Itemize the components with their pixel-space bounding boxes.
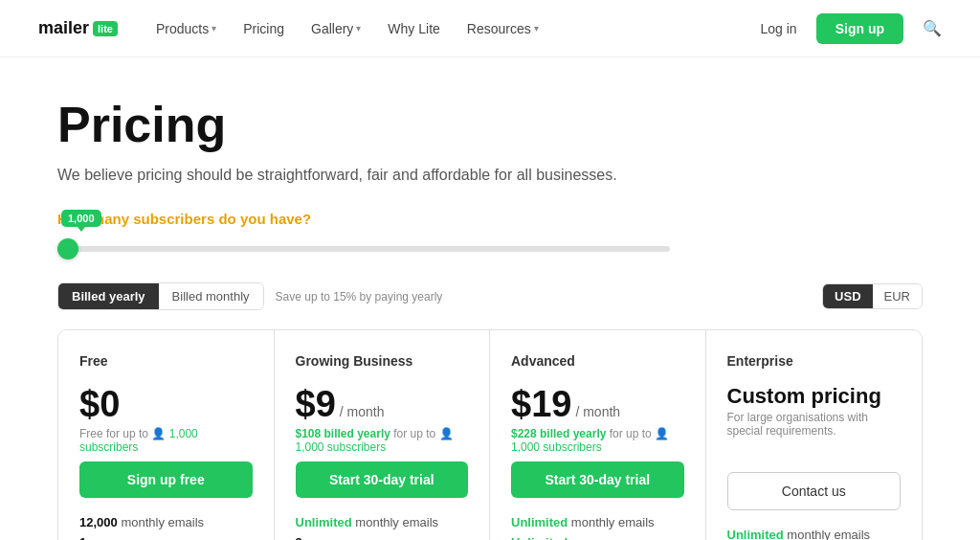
nav-item-whylite[interactable]: Why Lite: [388, 21, 439, 36]
subscriber-slider[interactable]: [57, 246, 670, 252]
plan-price: $9 / month: [296, 384, 469, 425]
plan-custom-price: Custom pricing: [727, 384, 902, 409]
feature-list: Unlimited monthly emails 3 users 24/7 Em…: [296, 515, 469, 540]
currency-usd[interactable]: USD: [823, 284, 872, 308]
header-actions: Log in Sign up 🔍: [761, 13, 942, 44]
search-icon[interactable]: 🔍: [923, 19, 942, 37]
plan-price: $0: [79, 384, 253, 425]
plan-enterprise-button[interactable]: Contact us: [727, 472, 902, 510]
billing-row: Billed yearly Billed monthly Save up to …: [57, 282, 923, 310]
plan-free-button[interactable]: Sign up free: [79, 461, 253, 498]
plan-name: Growing Business: [296, 353, 469, 369]
currency-eur[interactable]: EUR: [873, 284, 922, 308]
list-item: 12,000 monthly emails: [79, 515, 253, 529]
nav-item-resources[interactable]: Resources ▾: [467, 21, 539, 36]
feature-list: Unlimited monthly emails Unlimited users…: [511, 515, 684, 540]
plan-billing-note: Free for up to 👤 1,000 subscribers: [79, 427, 253, 458]
plan-billing-note: $228 billed yearly for up to 👤 1,000 sub…: [511, 427, 684, 458]
plan-billing-note: $108 billed yearly for up to 👤 1,000 sub…: [296, 427, 469, 458]
logo[interactable]: mailer lite: [38, 18, 118, 38]
list-item: Unlimited monthly emails: [296, 515, 469, 529]
plan-price: $19 / month: [511, 384, 684, 425]
feature-list: Unlimited monthly emails Unlimited users…: [727, 528, 902, 540]
plan-name: Advanced: [511, 353, 684, 369]
signup-button[interactable]: Sign up: [816, 13, 903, 44]
list-item: Unlimited monthly emails: [511, 515, 684, 529]
plan-enterprise: Enterprise Custom pricing For large orga…: [706, 330, 923, 540]
currency-toggle: USD EUR: [822, 283, 923, 309]
plan-growing: Growing Business $9 / month $108 billed …: [275, 330, 491, 540]
page-title: Pricing: [57, 96, 923, 153]
nav-item-pricing[interactable]: Pricing: [243, 21, 284, 36]
plan-name: Free: [79, 353, 253, 369]
logo-badge: lite: [93, 21, 118, 36]
plan-desc: For large organisations with special req…: [727, 411, 902, 441]
list-item: 1 user: [79, 535, 253, 540]
plan-free: Free $0 Free for up to 👤 1,000 subscribe…: [58, 330, 275, 540]
main-content: Pricing We believe pricing should be str…: [0, 57, 980, 540]
nav-item-products[interactable]: Products ▾: [156, 21, 216, 36]
pricing-cards: Free $0 Free for up to 👤 1,000 subscribe…: [57, 329, 923, 540]
nav: Products ▾ Pricing Gallery ▾ Why Lite Re…: [156, 21, 761, 36]
list-item: 3 users: [296, 535, 469, 540]
chevron-down-icon: ▾: [356, 23, 361, 34]
slider-wrapper: 1,000: [57, 236, 670, 252]
plan-advanced-button[interactable]: Start 30-day trial: [511, 461, 684, 498]
tab-billed-monthly[interactable]: Billed monthly: [159, 283, 263, 309]
plan-name: Enterprise: [727, 353, 902, 369]
feature-list: 12,000 monthly emails 1 user Email suppo…: [79, 515, 253, 540]
chevron-down-icon: ▾: [212, 23, 216, 34]
logo-text: mailer: [38, 18, 89, 38]
billing-tabs: Billed yearly Billed monthly: [57, 282, 264, 310]
nav-item-gallery[interactable]: Gallery ▾: [311, 21, 361, 36]
plan-growing-button[interactable]: Start 30-day trial: [296, 461, 469, 498]
plan-advanced: Advanced $19 / month $228 billed yearly …: [490, 330, 706, 540]
slider-label: How many subscribers do you have?: [57, 211, 923, 227]
billing-save-note: Save up to 15% by paying yearly: [276, 290, 443, 304]
tab-billed-yearly[interactable]: Billed yearly: [58, 283, 159, 309]
list-item: Unlimited users: [511, 535, 684, 540]
slider-tooltip: 1,000: [61, 210, 101, 227]
chevron-down-icon: ▾: [534, 23, 539, 34]
subscriber-slider-section: How many subscribers do you have? 1,000: [57, 211, 923, 252]
list-item: Unlimited monthly emails: [727, 528, 902, 540]
login-button[interactable]: Log in: [761, 21, 797, 36]
hero-subtitle: We believe pricing should be straightfor…: [57, 167, 923, 184]
header: mailer lite Products ▾ Pricing Gallery ▾…: [0, 0, 980, 57]
